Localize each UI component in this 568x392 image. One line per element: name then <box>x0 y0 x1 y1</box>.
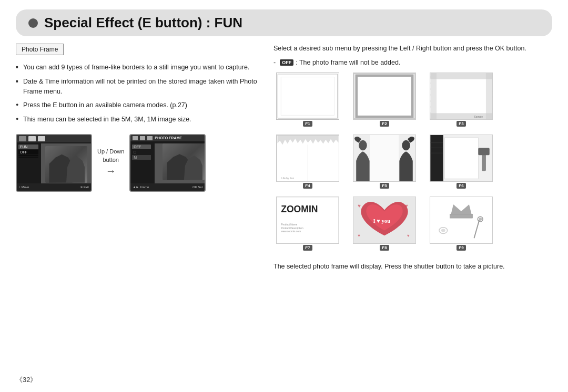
svg-text:♥: ♥ <box>358 202 361 208</box>
frame-label-1: F1 <box>303 121 312 127</box>
pf-icon-1 <box>133 136 138 140</box>
svg-rect-18 <box>430 135 443 181</box>
svg-rect-2 <box>355 74 414 118</box>
main-content: Photo Frame You can add 9 types of frame… <box>0 44 568 272</box>
dash: - <box>273 59 276 66</box>
pf-item-2: □ <box>132 150 151 154</box>
menu-icon-2 <box>28 136 36 141</box>
frame-preview-2 <box>353 73 416 120</box>
photo-frame-top-bar: PHOTO FRAME <box>130 135 205 141</box>
frame-preview-7: ZOOMIN Product Name Product Description … <box>276 197 339 244</box>
bullet-3: Press the E button in an available camer… <box>16 100 258 110</box>
svg-text:Product Name: Product Name <box>281 223 297 226</box>
page-title: Special Effect (E button) : FUN <box>44 15 242 31</box>
frame-preview-3: Sample <box>430 73 493 120</box>
frame-svg-6 <box>430 135 492 181</box>
frame-label-7: F7 <box>303 245 312 251</box>
svg-rect-5 <box>430 73 492 79</box>
frame-item-6: F6 <box>427 135 495 192</box>
frame-label-6: F6 <box>457 183 465 189</box>
svg-rect-7 <box>430 73 437 119</box>
frame-svg-9 <box>430 197 492 243</box>
frame-item-3: Sample F3 <box>427 73 495 130</box>
camera-diagram: FUN OFF ↕ Move E Exit Up <box>16 134 258 192</box>
camera-bottom-bar-1: ↕ Move E Exit <box>17 183 91 191</box>
frame-item-9: F9 <box>427 197 495 254</box>
frame-label-5: F5 <box>380 183 389 189</box>
menu-icon-1 <box>19 136 26 141</box>
svg-rect-19 <box>445 138 479 179</box>
left-column: Photo Frame You can add 9 types of frame… <box>16 44 268 272</box>
frame-preview-1 <box>276 73 339 120</box>
frame-preview-5 <box>353 135 416 182</box>
frame-item-7: ZOOMIN Product Name Product Description … <box>273 197 342 254</box>
svg-text:♥: ♥ <box>405 202 408 208</box>
off-line: - OFF : The photo frame will not be adde… <box>273 59 552 66</box>
svg-point-43 <box>441 229 445 232</box>
instruction-text: Select a desired sub menu by pressing th… <box>273 44 552 54</box>
arrow-icon: → <box>106 165 116 177</box>
frame-svg-1 <box>277 73 339 119</box>
frame-grid: F1 F2 <box>273 73 552 254</box>
svg-rect-6 <box>430 113 492 119</box>
frame-svg-8: I ♥ you ♥ ♥ ♥ ♥ <box>353 197 415 243</box>
frame-preview-4: Life by Fun <box>276 135 339 182</box>
photo-silhouette <box>45 146 87 183</box>
svg-text:♥: ♥ <box>358 233 360 238</box>
frame-label-4: F4 <box>303 183 312 189</box>
camera-screen-2: PHOTO FRAME OFF □ M ◄► Frame OK Set <box>129 134 206 192</box>
camera-screen-1: FUN OFF ↕ Move E Exit <box>16 134 92 192</box>
svg-text:I ♥ you: I ♥ you <box>373 218 390 224</box>
svg-text:www.zoomin.com: www.zoomin.com <box>281 230 301 233</box>
frame-preview-9 <box>430 197 493 244</box>
frame-svg-5 <box>353 135 415 181</box>
svg-rect-8 <box>486 73 492 119</box>
pf-face-2 <box>181 151 205 180</box>
frame-label-9: F9 <box>457 245 465 251</box>
svg-text:Life by Fun: Life by Fun <box>281 177 294 180</box>
svg-point-15 <box>402 140 410 151</box>
pf-off: OFF <box>132 145 151 149</box>
frame-item-8: I ♥ you ♥ ♥ ♥ ♥ F8 <box>350 197 419 254</box>
frame-label-2: F2 <box>380 121 389 127</box>
photo-frame-label: PHOTO FRAME <box>155 136 182 140</box>
face-2 <box>64 151 87 183</box>
photo-frame-tab: Photo Frame <box>16 44 64 55</box>
svg-rect-1 <box>281 77 334 115</box>
right-column: Select a desired sub menu by pressing th… <box>268 44 552 272</box>
frame-svg-7: ZOOMIN Product Name Product Description … <box>277 197 339 243</box>
pf-icon-3 <box>147 136 153 140</box>
pf-item-3: M <box>132 155 151 160</box>
svg-rect-16 <box>370 135 399 181</box>
menu-icon-3 <box>38 136 45 141</box>
pf-icon-2 <box>140 136 145 140</box>
bottom-move: ↕ Move <box>19 185 29 189</box>
svg-rect-4 <box>430 73 492 119</box>
svg-text:Product Description: Product Description <box>281 226 303 229</box>
frame-preview-6 <box>430 135 493 182</box>
svg-rect-38 <box>450 214 472 218</box>
off-text: : The photo frame will not be added. <box>296 59 400 66</box>
header-dot-icon <box>28 18 38 28</box>
pf-menu-items: OFF □ M <box>132 145 151 160</box>
svg-point-41 <box>479 218 482 221</box>
frame-label-3: F3 <box>457 121 465 127</box>
frame-item-4: Life by Fun F4 <box>273 135 342 192</box>
bullet-4: This menu can be selected in the 5M, 3M,… <box>16 115 258 125</box>
bottom-note: The selected photo frame will display. P… <box>273 262 552 272</box>
feature-list: You can add 9 types of frame-like border… <box>16 63 258 125</box>
bottom-e: E Exit <box>80 185 89 189</box>
page-header: Special Effect (E button) : FUN <box>16 9 552 36</box>
camera-bottom-bar-2: ◄► Frame OK Set <box>130 183 205 191</box>
camera-photo-1 <box>41 143 91 185</box>
bullet-2: Date & Time information will not be prin… <box>16 77 258 97</box>
frame-svg-2 <box>354 74 414 118</box>
frame-item-5: F5 <box>350 135 419 192</box>
button-label: button <box>103 157 119 163</box>
arrow-area: Up / Down button → <box>97 148 124 177</box>
pf-photo <box>155 143 205 185</box>
frame-svg-4: Life by Fun <box>277 136 339 181</box>
frame-svg-3: Sample <box>430 73 492 119</box>
frame-preview-8: I ♥ you ♥ ♥ ♥ ♥ <box>353 197 416 244</box>
frame-label-8: F8 <box>380 245 389 251</box>
